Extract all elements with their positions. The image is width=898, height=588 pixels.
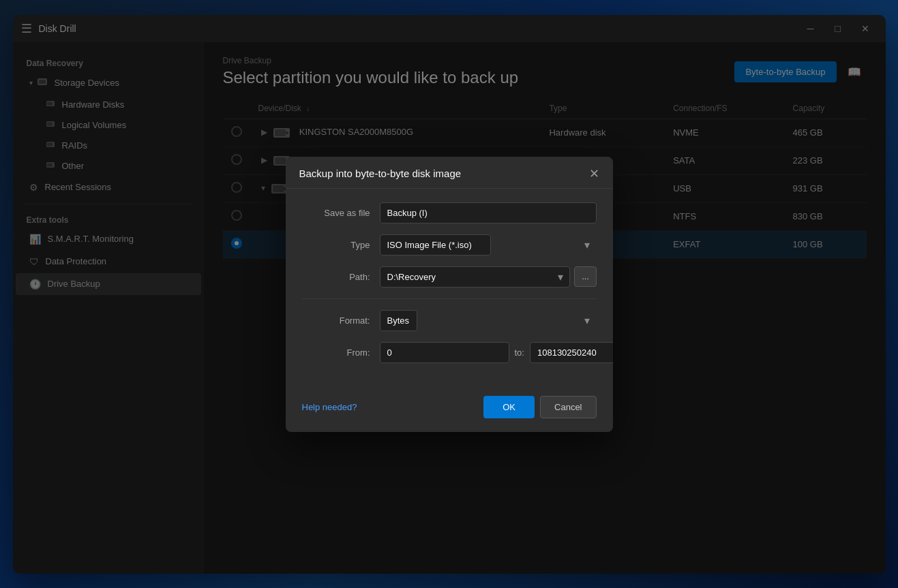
save-as-file-row: Save as file: [302, 202, 597, 223]
to-separator-label: to:: [515, 347, 524, 358]
type-select[interactable]: ISO Image File (*.iso) RAW Image File (*…: [380, 234, 491, 256]
backup-dialog: Backup into byte-to-byte disk image ✕ Sa…: [286, 157, 613, 432]
type-select-wrapper: ISO Image File (*.iso) RAW Image File (*…: [380, 234, 597, 256]
help-link[interactable]: Help needed?: [302, 402, 357, 412]
dialog-title: Backup into byte-to-byte disk image: [299, 168, 462, 179]
path-row: Path: D:\Recovery ...: [302, 266, 597, 288]
path-label: Path:: [302, 272, 370, 282]
format-row: Format: Bytes KB MB GB: [302, 310, 597, 331]
dialog-title-bar: Backup into byte-to-byte disk image ✕: [286, 157, 613, 189]
format-select-wrapper: Bytes KB MB GB: [380, 310, 597, 331]
dialog-divider: [302, 298, 597, 299]
dialog-footer-buttons: OK Cancel: [483, 396, 596, 418]
format-select[interactable]: Bytes KB MB GB: [380, 310, 417, 331]
path-input-row: D:\Recovery ...: [380, 266, 597, 288]
to-input[interactable]: [530, 342, 613, 363]
type-row: Type ISO Image File (*.iso) RAW Image Fi…: [302, 234, 597, 256]
from-input[interactable]: [380, 342, 509, 363]
ok-button[interactable]: OK: [483, 396, 535, 418]
from-to-row: From: to:: [302, 342, 597, 363]
path-select[interactable]: D:\Recovery: [380, 266, 571, 288]
format-label: Format:: [302, 315, 370, 326]
save-as-file-input[interactable]: [380, 202, 597, 223]
save-as-file-label: Save as file: [302, 208, 370, 218]
dialog-close-button[interactable]: ✕: [589, 168, 599, 180]
cancel-button[interactable]: Cancel: [540, 396, 596, 418]
dialog-footer: Help needed? OK Cancel: [286, 388, 613, 432]
dialog-overlay: Backup into byte-to-byte disk image ✕ Sa…: [0, 0, 898, 588]
path-select-wrapper: D:\Recovery: [380, 266, 571, 288]
dialog-body: Save as file Type ISO Image File (*.iso)…: [286, 189, 613, 388]
from-label: From:: [302, 347, 370, 358]
browse-button[interactable]: ...: [574, 266, 596, 287]
type-label: Type: [302, 240, 370, 250]
